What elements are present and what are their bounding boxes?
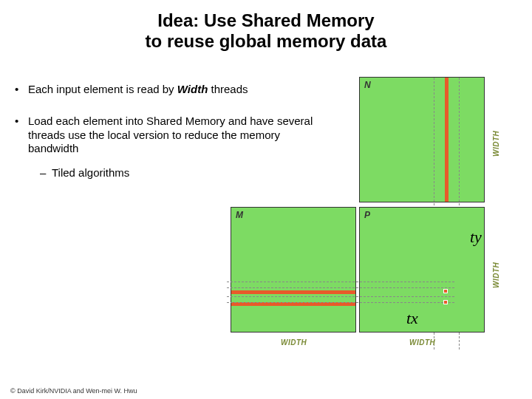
label-ty: ty bbox=[470, 228, 482, 247]
p-dot-1 bbox=[443, 289, 448, 293]
footer-credit: © David Kirk/NVIDIA and Wen-mei W. Hwu bbox=[10, 387, 137, 395]
p-dash-h4 bbox=[227, 302, 454, 303]
p-dash-h1 bbox=[227, 282, 454, 282]
matrix-m: M bbox=[231, 207, 356, 332]
title-line-1: Idea: Use Shared Memory bbox=[157, 10, 374, 30]
matrix-n-label: N bbox=[364, 80, 371, 90]
matrix-n: N bbox=[359, 77, 485, 202]
matrix-m-label: M bbox=[236, 210, 243, 220]
title-line-2: to reuse global memory data bbox=[146, 31, 387, 51]
label-tx: tx bbox=[406, 309, 418, 328]
slide-title: Idea: Use Shared Memory to reuse global … bbox=[0, 0, 532, 57]
p-width-bottom: WIDTH bbox=[409, 338, 435, 347]
p-dot-2 bbox=[443, 300, 448, 304]
n-col-highlight bbox=[445, 78, 449, 202]
m-width-bottom: WIDTH bbox=[281, 338, 307, 347]
diagram: N WIDTH M WIDTH P WIDTH WIDTH ty tx bbox=[0, 77, 532, 380]
matrix-p-label: P bbox=[364, 210, 370, 220]
n-width-right: WIDTH bbox=[492, 131, 500, 157]
m-row-1 bbox=[231, 290, 355, 294]
p-dash-h3 bbox=[227, 296, 454, 297]
p-dash-h2 bbox=[227, 287, 454, 288]
matrix-p: P bbox=[359, 207, 485, 332]
p-width-right: WIDTH bbox=[492, 262, 500, 288]
